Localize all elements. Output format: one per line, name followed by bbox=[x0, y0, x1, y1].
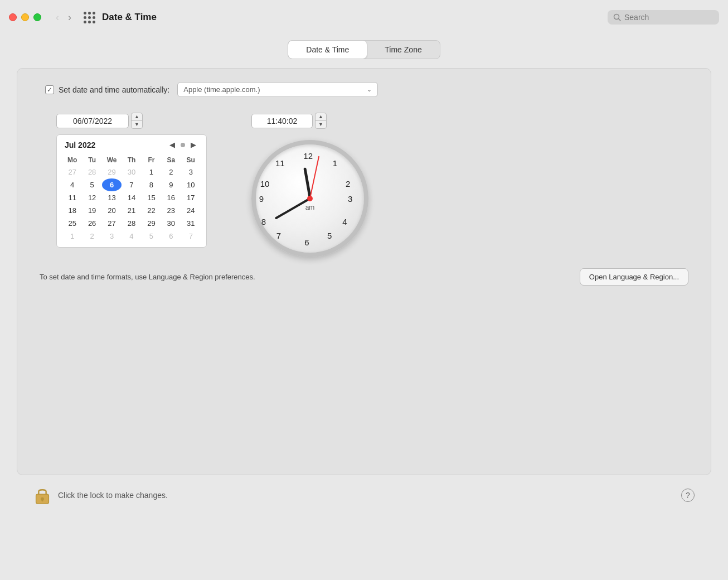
calendar-day[interactable]: 28 bbox=[122, 217, 141, 230]
calendar-day: 6 bbox=[161, 230, 181, 243]
calendar-day[interactable]: 25 bbox=[62, 217, 82, 230]
calendar-grid: Mo Tu We Th Fr Sa Su 272829301234567 bbox=[62, 154, 201, 243]
calendar-day[interactable]: 7 bbox=[122, 178, 141, 191]
calendar-day[interactable]: 14 bbox=[122, 191, 141, 204]
calendar-day[interactable]: 1 bbox=[142, 166, 161, 178]
checkbox-area: ✓ Set date and time automatically: bbox=[45, 85, 169, 94]
calendar-day[interactable]: 11 bbox=[62, 191, 82, 204]
search-icon bbox=[613, 13, 621, 21]
bottom-info-text: To set date and time formats, use Langua… bbox=[40, 273, 255, 281]
calendar-day[interactable]: 16 bbox=[161, 191, 181, 204]
calendar-day[interactable]: 19 bbox=[82, 204, 101, 217]
calendar-week-row: 18192021222324 bbox=[62, 204, 201, 217]
grid-dot bbox=[84, 21, 86, 23]
auto-set-checkbox[interactable]: ✓ bbox=[45, 85, 54, 94]
clock-num-5: 5 bbox=[327, 231, 332, 240]
calendar-day[interactable]: 24 bbox=[181, 204, 201, 217]
calendar-day[interactable]: 23 bbox=[161, 204, 181, 217]
calendar-week-row: 27282930123 bbox=[62, 166, 201, 178]
calendar-day[interactable]: 6 bbox=[102, 178, 122, 191]
search-box[interactable] bbox=[608, 10, 719, 25]
calendar-day[interactable]: 20 bbox=[102, 204, 122, 217]
close-button[interactable] bbox=[9, 13, 17, 21]
title-bar: ‹ › Date & Time bbox=[0, 0, 728, 35]
calendar-day[interactable]: 17 bbox=[181, 191, 201, 204]
clock-num-1: 1 bbox=[333, 158, 337, 168]
lock-area[interactable]: Click the lock to make changes. bbox=[33, 485, 168, 505]
server-value: Apple (time.apple.com.) bbox=[183, 85, 260, 94]
time-decrement-button[interactable]: ▼ bbox=[316, 121, 326, 128]
calendar-day: 2 bbox=[82, 230, 101, 243]
settings-panel: ✓ Set date and time automatically: Apple… bbox=[17, 68, 711, 475]
date-stepper: ▲ ▼ bbox=[131, 113, 143, 129]
calendar-day[interactable]: 3 bbox=[181, 166, 201, 178]
calendar-day[interactable]: 8 bbox=[142, 178, 161, 191]
clock-num-2: 2 bbox=[346, 179, 350, 188]
grid-dot bbox=[93, 16, 95, 19]
calendar-nav: ◀ ▶ bbox=[167, 139, 198, 150]
calendar-next-button[interactable]: ▶ bbox=[188, 139, 198, 150]
col-fr: Fr bbox=[142, 154, 161, 166]
calendar-day[interactable]: 10 bbox=[181, 178, 201, 191]
open-language-region-button[interactable]: Open Language & Region... bbox=[580, 268, 688, 286]
calendar-day[interactable]: 2 bbox=[161, 166, 181, 178]
calendar-week-row: 45678910 bbox=[62, 178, 201, 191]
calendar-day[interactable]: 15 bbox=[142, 191, 161, 204]
col-mo: Mo bbox=[62, 154, 82, 166]
col-sa: Sa bbox=[161, 154, 181, 166]
calendar-day[interactable]: 18 bbox=[62, 204, 82, 217]
grid-dot bbox=[84, 12, 86, 14]
svg-rect-4 bbox=[42, 499, 43, 502]
traffic-lights bbox=[9, 13, 41, 21]
calendar-day[interactable]: 29 bbox=[142, 217, 161, 230]
calendar-day[interactable]: 13 bbox=[102, 191, 122, 204]
chevron-down-icon: ⌄ bbox=[367, 86, 372, 93]
calendar-today-dot bbox=[181, 143, 185, 147]
calendar-day[interactable]: 31 bbox=[181, 217, 201, 230]
time-increment-button[interactable]: ▲ bbox=[316, 113, 326, 120]
calendar-week-row: 1234567 bbox=[62, 230, 201, 243]
time-section: ▲ ▼ 12 1 2 3 4 5 6 bbox=[251, 113, 368, 257]
calendar-day[interactable]: 30 bbox=[161, 217, 181, 230]
clock-second-hand bbox=[309, 156, 319, 199]
clock-container: 12 1 2 3 4 5 6 7 8 9 10 11 am bbox=[251, 140, 368, 257]
minimize-button[interactable] bbox=[21, 13, 29, 21]
calendar-prev-button[interactable]: ◀ bbox=[167, 139, 177, 150]
clock-num-9: 9 bbox=[259, 194, 264, 204]
grid-dot bbox=[88, 21, 91, 23]
calendar-day[interactable]: 21 bbox=[122, 204, 141, 217]
calendar-day[interactable]: 22 bbox=[142, 204, 161, 217]
forward-button[interactable]: › bbox=[65, 9, 75, 26]
grid-dot bbox=[93, 21, 95, 23]
search-input[interactable] bbox=[624, 13, 714, 22]
tab-time-zone[interactable]: Time Zone bbox=[367, 41, 439, 59]
date-decrement-button[interactable]: ▼ bbox=[132, 121, 142, 128]
calendar-header-row: Mo Tu We Th Fr Sa Su bbox=[62, 154, 201, 166]
clock-num-6: 6 bbox=[304, 238, 309, 247]
date-input[interactable] bbox=[56, 114, 129, 128]
date-increment-button[interactable]: ▲ bbox=[132, 113, 142, 120]
tab-date-time[interactable]: Date & Time bbox=[288, 41, 367, 59]
clock-num-3: 3 bbox=[348, 194, 352, 204]
back-button[interactable]: ‹ bbox=[52, 9, 62, 26]
maximize-button[interactable] bbox=[33, 13, 41, 21]
grid-icon[interactable] bbox=[84, 12, 95, 23]
help-button[interactable]: ? bbox=[681, 489, 695, 502]
auto-set-row: ✓ Set date and time automatically: Apple… bbox=[45, 82, 694, 97]
calendar-day[interactable]: 4 bbox=[62, 178, 82, 191]
calendar-day: 3 bbox=[102, 230, 122, 243]
calendar-day: 5 bbox=[142, 230, 161, 243]
grid-dot bbox=[88, 12, 91, 14]
calendar-day[interactable]: 27 bbox=[102, 217, 122, 230]
calendar-day[interactable]: 5 bbox=[82, 178, 101, 191]
calendar-week-row: 25262728293031 bbox=[62, 217, 201, 230]
apps-grid bbox=[84, 12, 95, 23]
server-dropdown[interactable]: Apple (time.apple.com.) ⌄ bbox=[177, 82, 378, 97]
lock-text: Click the lock to make changes. bbox=[58, 491, 168, 500]
calendar-day[interactable]: 26 bbox=[82, 217, 101, 230]
time-input[interactable] bbox=[251, 114, 313, 128]
calendar-day[interactable]: 12 bbox=[82, 191, 101, 204]
calendar-day[interactable]: 9 bbox=[161, 178, 181, 191]
svg-line-1 bbox=[619, 19, 621, 21]
calendar-day: 27 bbox=[62, 166, 82, 178]
